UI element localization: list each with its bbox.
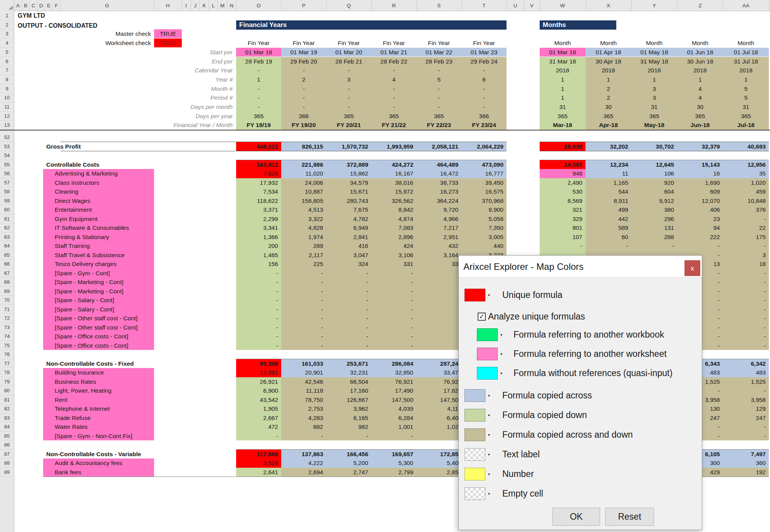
cell-mo-r12-c1[interactable]: 365	[540, 112, 585, 121]
cell-fy-r88-c4[interactable]: 5,300	[371, 458, 416, 468]
column-header-AA[interactable]: AA	[723, 0, 769, 11]
cell-fy-r53-c6[interactable]: 2,064,229	[461, 142, 507, 151]
cell-fy-r61-c6[interactable]: 5,058	[461, 214, 507, 224]
legend-copy-6-swatch[interactable]	[465, 487, 485, 500]
cell-fy-r59-c5[interactable]: 364,224	[416, 196, 461, 206]
row-header-56[interactable]: 56	[0, 169, 14, 178]
cell-fy-r85-c2[interactable]: -	[281, 432, 326, 441]
cell-fy-r67-c3[interactable]: -	[326, 269, 371, 278]
cell-mo-r12-c5[interactable]: 365	[723, 112, 769, 121]
column-header-F[interactable]: F	[53, 0, 60, 11]
cell-mo-r8-c3[interactable]: 1	[631, 75, 677, 84]
fin-year-col-header-1[interactable]: Fin Year	[236, 38, 281, 48]
cell-fy-r57-c1[interactable]: 17,932	[236, 178, 281, 187]
column-header-M[interactable]: M	[218, 0, 227, 11]
cell-fy-r56-c2[interactable]: 11,020	[281, 169, 326, 178]
cell-fy-r69-c1[interactable]: -	[236, 287, 281, 296]
cell-fy-r57-c5[interactable]: 38,733	[416, 178, 461, 187]
cell-fy-r65-c3[interactable]: 3,047	[326, 251, 371, 260]
cell-fy-r70-c3[interactable]: -	[326, 296, 371, 305]
cell-fy-r11-c6[interactable]: -	[461, 102, 507, 112]
cell-mo-r10-c3[interactable]: 3	[631, 93, 677, 102]
cell-fy-r79-c4[interactable]: 76,921	[371, 377, 416, 386]
cell-fy-r79-c5[interactable]: 76,92	[416, 377, 461, 386]
cell-fy-r81-c2[interactable]: 78,750	[281, 395, 326, 405]
month-col-header-5[interactable]: Month	[723, 38, 769, 48]
cell-fy-r53-c3[interactable]: 1,570,732	[326, 142, 371, 151]
cell-fy-r79-c1[interactable]: 26,921	[236, 377, 281, 386]
row-header-11[interactable]: 11	[0, 102, 14, 112]
cell-fy-r6-c5[interactable]: 28 Feb 23	[416, 57, 461, 66]
cell-fy-r67-c1[interactable]: -	[236, 269, 281, 278]
cell-fy-r56-c5[interactable]: 16,472	[416, 169, 461, 178]
column-header-P[interactable]: P	[282, 0, 327, 11]
cell-mo-r9-c4[interactable]: 4	[677, 84, 723, 94]
cell-fy-r66-c2[interactable]: 225	[281, 259, 326, 269]
cell-fy-r12-c6[interactable]: 366	[461, 112, 507, 121]
cell-fy-r55-c6[interactable]: 473,090	[461, 160, 507, 169]
cell-fy-r7-c5[interactable]: -	[416, 66, 461, 75]
cell-fy-r81-c5[interactable]: 147,50	[416, 395, 461, 405]
cell-fy-r77-c5[interactable]: 287,24	[416, 359, 461, 368]
cell-fy-r73-c4[interactable]: -	[371, 323, 416, 332]
legend-copy-4-dropdown-icon[interactable]: ▾	[488, 452, 490, 457]
cell-fy-r75-c1[interactable]: -	[236, 341, 281, 350]
cell-fy-r81-c1[interactable]: 43,542	[236, 395, 281, 405]
cell-fy-r89-c3[interactable]: 2,747	[326, 468, 371, 477]
cell-fy-r13-c4[interactable]: FY 21/22	[371, 120, 416, 130]
cell-mo-r9-c1[interactable]: 1	[540, 84, 585, 94]
cell-fy-r89-c4[interactable]: 2,799	[371, 468, 416, 477]
unique-formula-dropdown-icon[interactable]: ▾	[488, 293, 490, 297]
cell-mo-r73-c5[interactable]: -	[723, 323, 769, 332]
legend-copy-5-dropdown-icon[interactable]: ▾	[488, 472, 490, 476]
cell-mo-r58-c5[interactable]: 459	[723, 187, 769, 196]
cell-fy-r72-c1[interactable]: -	[236, 314, 281, 323]
ok-button[interactable]: OK	[552, 508, 600, 526]
row-header-5[interactable]: 5	[0, 48, 14, 57]
cell-fy-r84-c2[interactable]: 682	[281, 422, 326, 432]
row-header-89[interactable]: 89	[0, 468, 14, 477]
cell-fy-r69-c3[interactable]: -	[326, 287, 371, 296]
cell-mo-r64-c4[interactable]: -	[677, 241, 723, 251]
cell-mo-r9-c5[interactable]: 5	[723, 84, 769, 94]
cell-fy-r55-c3[interactable]: 372,889	[326, 160, 371, 169]
row-header-6[interactable]: 6	[0, 57, 14, 66]
row-label-78[interactable]: Building Insurance	[43, 368, 154, 377]
row-header-66[interactable]: 66	[0, 259, 14, 269]
cell-mo-r65-c5[interactable]: 3	[723, 251, 769, 260]
cell-mo-r13-c3[interactable]: May-18	[631, 120, 677, 130]
cell-fy-r71-c4[interactable]: -	[371, 305, 416, 314]
legend-copy-4-swatch[interactable]	[465, 448, 485, 461]
cell-fy-r83-c4[interactable]: 6,284	[371, 413, 416, 423]
row-label-69[interactable]: [Spare - Marketing - Cont]	[43, 287, 154, 296]
cell-fy-r11-c4[interactable]: -	[371, 102, 416, 112]
row-header-84[interactable]: 84	[0, 422, 14, 432]
cell-fy-r10-c1[interactable]: -	[236, 93, 281, 102]
cell-fy-r59-c4[interactable]: 326,562	[371, 196, 416, 206]
cell-fy-r65-c5[interactable]: 3,164	[416, 251, 461, 260]
cell-mo-r68-c5[interactable]: -	[723, 278, 769, 287]
cell-mo-r58-c3[interactable]: 604	[631, 187, 677, 196]
cell-fy-r78-c1[interactable]: 12,991	[236, 368, 281, 377]
row-label-87[interactable]: Non-Controllable Costs - Variable	[43, 450, 205, 459]
cell-fy-r80-c4[interactable]: 17,490	[371, 386, 416, 395]
cell-fy-r55-c5[interactable]: 464,489	[416, 160, 461, 169]
column-header-U[interactable]: U	[507, 0, 524, 11]
cell-mo-r61-c4[interactable]: 23	[677, 214, 723, 224]
master-check-value[interactable]: TRUE	[154, 29, 182, 38]
row-header-55[interactable]: 55	[0, 160, 14, 169]
cell-mo-r84-c5[interactable]: -	[723, 422, 769, 432]
row-header-57[interactable]: 57	[0, 178, 14, 187]
cell-fy-r71-c1[interactable]: -	[236, 305, 281, 314]
cell-fy-r74-c3[interactable]: -	[326, 332, 371, 341]
cell-fy-r8-c3[interactable]: 3	[326, 75, 371, 84]
cell-mo-r58-c2[interactable]: 544	[585, 187, 631, 196]
cell-mo-r61-c2[interactable]: 442	[585, 214, 631, 224]
cell-mo-r64-c1[interactable]: -	[540, 241, 585, 251]
column-header-R[interactable]: R	[372, 0, 417, 11]
cell-fy-r8-c4[interactable]: 4	[371, 75, 416, 84]
row-label-63[interactable]: Printing & Stationary	[43, 233, 154, 242]
column-header-N[interactable]: N	[227, 0, 237, 11]
cell-mo-r8-c4[interactable]: 1	[677, 75, 723, 84]
cell-fy-r7-c1[interactable]: -	[236, 66, 281, 75]
